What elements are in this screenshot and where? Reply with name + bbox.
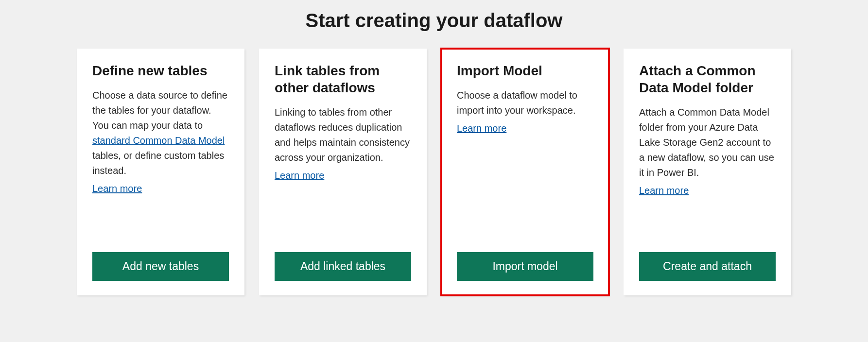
learn-more-link[interactable]: Learn more [457,123,593,134]
card-description: Linking to tables from other dataflows r… [275,105,411,165]
add-linked-tables-button[interactable]: Add linked tables [275,252,411,281]
cards-container: Define new tables Choose a data source t… [15,49,853,295]
card-description-pre: Choose a dataflow model to import into y… [457,90,577,116]
spacer [92,194,229,238]
cdm-link[interactable]: standard Common Data Model [92,135,225,146]
card-title: Import Model [457,62,593,79]
learn-more-link[interactable]: Learn more [92,183,229,194]
card-description-pre: Linking to tables from other dataflows r… [275,107,410,163]
card-link-tables: Link tables from other dataflows Linking… [259,49,427,295]
card-description: Choose a dataflow model to import into y… [457,88,593,118]
spacer [639,196,776,238]
card-description-pre: Attach a Common Data Model folder from y… [639,107,774,178]
learn-more-link[interactable]: Learn more [275,170,411,181]
card-title: Link tables from other dataflows [275,62,411,96]
add-new-tables-button[interactable]: Add new tables [92,252,229,281]
learn-more-link[interactable]: Learn more [639,185,776,196]
page-title: Start creating your dataflow [15,10,853,32]
card-import-model: Import Model Choose a dataflow model to … [441,49,609,295]
card-description: Choose a data source to define the table… [92,88,229,178]
card-title: Attach a Common Data Model folder [639,62,776,96]
spacer [275,181,411,238]
card-description-post: tables, or define custom tables instead. [92,150,224,176]
spacer [457,134,593,238]
card-define-new-tables: Define new tables Choose a data source t… [77,49,244,295]
import-model-button[interactable]: Import model [457,252,593,281]
create-and-attach-button[interactable]: Create and attach [639,252,776,281]
card-title: Define new tables [92,62,229,79]
card-description-pre: Choose a data source to define the table… [92,90,227,131]
card-attach-cdm-folder: Attach a Common Data Model folder Attach… [624,49,791,295]
card-description: Attach a Common Data Model folder from y… [639,105,776,180]
